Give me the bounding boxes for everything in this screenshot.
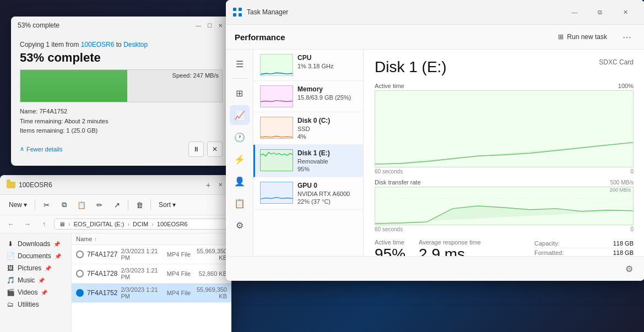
tm-settings-button[interactable]: ⚙ <box>620 260 638 277</box>
sidebar-item-music[interactable]: 🎵 Music 📌 <box>0 274 71 286</box>
disk1-title: Disk 1 (E:) <box>375 58 447 76</box>
tm-nav-history[interactable]: 🕐 <box>230 127 250 147</box>
cpu-item-val: 1% 3.18 GHz <box>297 63 356 69</box>
sidebar-item-utilities[interactable]: 🗂 Utilities <box>0 298 71 311</box>
copy-cancel-button[interactable]: ✕ <box>207 141 223 157</box>
address-path[interactable]: 🖥 › EOS_DIGITAL (E:) › DCIM › 100EOSR6 <box>54 219 227 230</box>
fewer-details-button[interactable]: ∧ Fewer details <box>20 145 62 153</box>
transfer-graph-0: 0 <box>630 226 634 232</box>
tm-nav-startup[interactable]: ⚡ <box>230 149 250 169</box>
tm-close-button[interactable]: ✕ <box>613 3 638 21</box>
file-row-0[interactable]: 7F4A1727 2/3/2023 1:21 PM MP4 File 55,96… <box>72 245 231 264</box>
file-name-0: 7F4A1727 <box>87 251 117 258</box>
explorer-title-controls: + ✕ <box>203 179 225 191</box>
toolbar-separator-3 <box>150 199 151 210</box>
200mbs-label: 200 MB/s <box>610 187 631 193</box>
tm-nav-users[interactable]: 👤 <box>230 171 250 191</box>
nav-back-button[interactable]: ← <box>4 217 18 231</box>
folder-icon <box>7 182 15 188</box>
cpu-item-name: CPU <box>297 54 356 62</box>
share-button[interactable]: ↗ <box>109 197 125 213</box>
svg-rect-1 <box>239 8 242 11</box>
perf-item-memory[interactable]: Memory 15.8/63.9 GB (25%) <box>253 81 363 112</box>
tm-minimize-button[interactable]: — <box>562 3 587 21</box>
tm-nav-details[interactable]: 📋 <box>230 193 250 213</box>
path-separator-3: › <box>151 221 154 227</box>
documents-icon: 📄 <box>7 252 14 260</box>
gpu-item-info: GPU 0 NVIDIA RTX A6000 22% (37 °C) <box>297 182 356 205</box>
copy-name: Name: 7F4A1752 <box>20 107 223 117</box>
delete-button[interactable]: 🗑 <box>132 197 147 213</box>
file-row-2[interactable]: 7F4A1752 2/3/2023 1:21 PM MP4 File 55,96… <box>72 284 231 303</box>
explorer-titlebar: 100EOSR6 + ✕ <box>0 175 231 195</box>
active-time-100-label: 100% <box>618 83 634 89</box>
perf-item-disk0[interactable]: Disk 0 (C:) SSD 4% <box>253 112 363 145</box>
utilities-icon: 🗂 <box>7 301 14 308</box>
copy-details: Name: 7F4A1752 Time remaining: About 2 m… <box>20 107 223 136</box>
explorer-file-list: Name ↑ 7F4A1727 2/3/2023 1:21 PM MP4 Fil… <box>72 233 231 332</box>
sidebar-item-pictures[interactable]: 🖼 Pictures 📌 <box>0 262 71 274</box>
pin-icon-documents: 📌 <box>55 253 61 259</box>
tm-titlebar: Task Manager — ⧉ ✕ <box>226 0 644 25</box>
paste-button[interactable]: 📋 <box>74 197 89 213</box>
copy-dialog-close-button[interactable]: ✕ <box>216 21 225 30</box>
copy-source-link[interactable]: 100EOSR6 <box>81 41 115 48</box>
file-radio-2[interactable] <box>76 289 84 297</box>
copy-button[interactable]: ⧉ <box>56 197 72 213</box>
file-date-1: 2/3/2023 1:21 PM <box>121 267 163 280</box>
path-separator-2: › <box>127 221 129 227</box>
chevron-up-icon: ∧ <box>20 145 24 153</box>
file-size-0: 55,969,350 KB <box>195 248 227 261</box>
svg-rect-2 <box>233 13 236 17</box>
explorer-close-button[interactable]: ✕ <box>216 181 225 189</box>
active-graph-60s: 60 seconds <box>375 168 403 175</box>
tm-header-row: Performance ⊞ Run new task ⋯ <box>226 25 644 50</box>
copy-dest-link[interactable]: Desktop <box>123 41 148 48</box>
tm-header-actions: ⊞ Run new task ⋯ <box>551 28 636 46</box>
tm-title-left: Task Manager <box>232 7 288 17</box>
sidebar-item-videos[interactable]: 🎬 Videos 📌 <box>0 286 71 298</box>
tm-restore-button[interactable]: ⧉ <box>587 3 613 21</box>
sort-arrow-icon: ↑ <box>94 236 97 242</box>
copy-dialog-restore-button[interactable]: ☐ <box>205 21 214 30</box>
dialog-action-buttons: ⏸ ✕ <box>188 141 223 157</box>
perf-item-gpu[interactable]: GPU 0 NVIDIA RTX A6000 22% (37 °C) <box>253 177 363 210</box>
copy-dialog-titlebar: 53% complete — ☐ ✕ <box>11 17 231 34</box>
perf-item-cpu[interactable]: CPU 1% 3.18 GHz <box>253 50 363 81</box>
tm-nav-services[interactable]: ⚙ <box>230 215 250 235</box>
tm-nav-performance[interactable]: 📈 <box>230 105 250 125</box>
nav-forward-button[interactable]: → <box>21 217 34 231</box>
cut-button[interactable]: ✂ <box>39 197 54 213</box>
music-icon: 🎵 <box>7 276 14 284</box>
file-row-1[interactable]: 7F4A1728 2/3/2023 1:21 PM MP4 File 52,86… <box>72 264 231 284</box>
sort-button[interactable]: Sort ▾ <box>154 197 180 213</box>
path-part-3: 100EOSR6 <box>157 221 188 227</box>
active-time-stat: Active time 95% <box>375 239 405 256</box>
run-new-task-button[interactable]: ⊞ Run new task <box>551 30 614 44</box>
capacity-value: 118 GB <box>613 240 634 247</box>
gpu-mini-graph <box>260 182 293 204</box>
svg-rect-3 <box>239 13 242 17</box>
active-time-stat-label: Active time <box>375 239 405 246</box>
sidebar-item-downloads[interactable]: ⬇ Downloads 📌 <box>0 238 71 250</box>
rename-button[interactable]: ✏ <box>91 197 107 213</box>
perf-item-disk1[interactable]: Disk 1 (E:) Removable 95% <box>253 145 363 177</box>
nav-up-button[interactable]: ↑ <box>37 217 51 231</box>
svg-rect-5 <box>375 91 633 167</box>
explorer-add-tab-button[interactable]: + <box>203 179 214 191</box>
memory-item-info: Memory 15.8/63.9 GB (25%) <box>297 85 356 101</box>
tm-nav-hamburger[interactable]: ☰ <box>230 54 250 74</box>
path-home-icon: 🖥 <box>59 221 65 227</box>
sidebar-item-documents[interactable]: 📄 Documents 📌 <box>0 250 71 262</box>
tm-nav-processes[interactable]: ⊞ <box>230 83 250 103</box>
file-radio-1[interactable] <box>76 270 84 277</box>
copy-pause-button[interactable]: ⏸ <box>188 141 204 157</box>
copy-progress-bar: Speed: 247 MB/s <box>20 69 223 102</box>
stats-row: Active time 95% Average response time 2.… <box>375 239 634 256</box>
tm-more-button[interactable]: ⋯ <box>618 28 636 46</box>
transfer-rate-graph-container: Disk transfer rate 500 MB/s 200 MB/s <box>375 179 634 232</box>
explorer-new-button[interactable]: New ▾ <box>4 197 31 213</box>
disk0-item-sub1: SSD <box>297 126 356 132</box>
copy-dialog-minimize-button[interactable]: — <box>194 21 203 30</box>
file-radio-0[interactable] <box>76 251 84 258</box>
